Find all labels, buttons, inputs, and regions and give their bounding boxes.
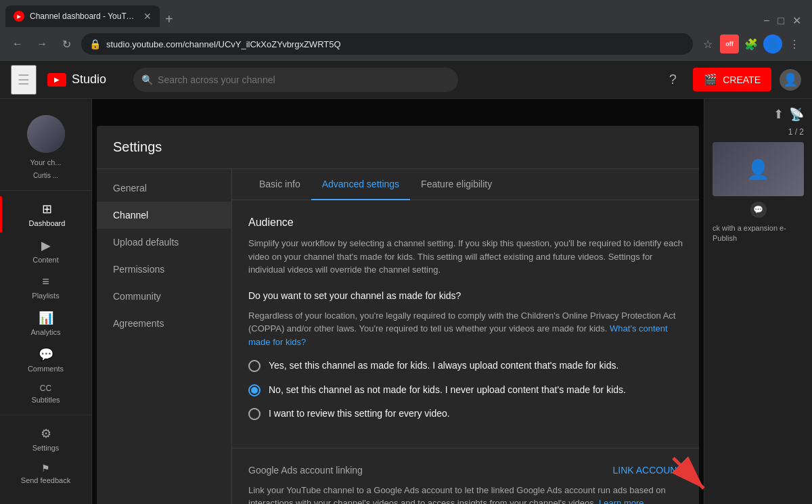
star-button[interactable]: ☆: [698, 35, 717, 53]
channel-avatar: [27, 115, 65, 153]
sidebar-item-settings[interactable]: ⚙ Settings: [0, 421, 91, 457]
create-icon: 🎬: [704, 73, 717, 86]
modal-nav-general[interactable]: General: [97, 175, 231, 202]
search-wrap: 🔍: [133, 68, 458, 92]
close-btn[interactable]: ✕: [792, 14, 801, 27]
tab-basic-info[interactable]: Basic info: [248, 169, 311, 200]
menu-button[interactable]: ⋮: [785, 35, 804, 53]
back-button[interactable]: ←: [8, 35, 27, 53]
channel-handle: Curtis ...: [33, 172, 58, 179]
modal-tabs: Basic info Advanced settings Feature eli…: [232, 169, 699, 200]
upload-btn[interactable]: ⬆: [773, 107, 784, 122]
sidebar-item-wrap-dashboard: ⊞ Dashboard: [0, 196, 91, 233]
channel-name: Your ch...: [30, 158, 61, 166]
thumbnail-icon: 👤: [746, 158, 770, 181]
radio-label-review-each: I want to review this setting for every …: [269, 407, 450, 421]
search-icon: 🔍: [141, 74, 153, 85]
modal-overlay: Settings General Channel Upload defaults…: [92, 99, 812, 504]
sidebar-item-analytics[interactable]: 📊 Analytics: [0, 305, 91, 342]
modal-nav-permissions[interactable]: Permissions: [97, 256, 231, 283]
modal-nav-upload-defaults[interactable]: Upload defaults: [97, 229, 231, 256]
tab-favicon: ▶: [14, 11, 24, 22]
tab-advanced-settings[interactable]: Advanced settings: [311, 169, 410, 200]
radio-circle-yes-kids: [248, 360, 261, 372]
profile-button[interactable]: 👤: [763, 35, 782, 53]
radio-label-no-kids: No, set this channel as not made for kid…: [269, 384, 626, 397]
feedback-icon: ⚑: [41, 463, 50, 474]
link-account-button[interactable]: LINK ACCOUNT: [613, 465, 683, 476]
sidebar-item-label-dashboard: Dashboard: [29, 219, 66, 227]
radio-circle-review-each: [248, 408, 261, 420]
url-text: studio.youtube.com/channel/UCvY_ilCkXoZY…: [106, 39, 685, 49]
subtitles-icon: CC: [40, 384, 51, 393]
lock-icon: 🔒: [89, 39, 101, 49]
video-actions: 💬: [713, 202, 804, 218]
forward-button[interactable]: →: [32, 35, 51, 53]
sidebar-item-playlists[interactable]: ≡ Playlists: [0, 269, 91, 305]
browser-tab-active[interactable]: ▶ Channel dashboard - YouTube S... ✕: [5, 5, 160, 27]
modal-nav-community[interactable]: Community: [97, 283, 231, 310]
panel-text: ck with a expansion e-Publish: [713, 223, 804, 244]
broadcast-btn[interactable]: 📡: [789, 107, 804, 122]
google-ads-title: Google Ads account linking: [248, 465, 363, 476]
learn-more-link[interactable]: Learn more: [599, 498, 644, 504]
url-bar[interactable]: 🔒 studio.youtube.com/channel/UCvY_ilCkXo…: [81, 33, 693, 55]
browser-tabs: ▶ Channel dashboard - YouTube S... ✕ + −…: [0, 0, 812, 27]
radio-yes-kids[interactable]: Yes, set this channel as made for kids. …: [248, 359, 683, 373]
sidebar-item-label-analytics: Analytics: [30, 328, 60, 336]
tab-close-btn[interactable]: ✕: [143, 11, 152, 22]
extensions-button[interactable]: 🧩: [742, 35, 761, 53]
audience-question: Do you want to set your channel as made …: [248, 290, 683, 301]
video-thumbnail: 👤: [713, 142, 804, 196]
panel-counter: 1 / 2: [713, 127, 804, 137]
youtube-topbar: ☰ Studio 🔍 ? 🎬 CREATE 👤: [0, 61, 812, 99]
refresh-button[interactable]: ↻: [57, 35, 76, 53]
radio-review-each[interactable]: I want to review this setting for every …: [248, 407, 683, 421]
radio-no-kids[interactable]: No, set this channel as not made for kid…: [248, 384, 683, 397]
account-button[interactable]: 👤: [780, 69, 801, 91]
sidebar-item-feedback[interactable]: ⚑ Send feedback: [0, 457, 91, 490]
tab-title: Channel dashboard - YouTube S...: [30, 12, 138, 21]
sidebar-item-subtitles[interactable]: CC Subtitles: [0, 378, 91, 409]
channel-avatar-image: [27, 115, 65, 153]
google-ads-description: Link your YouTube channel to a Google Ad…: [248, 484, 683, 504]
hamburger-menu[interactable]: ☰: [11, 65, 37, 95]
tab-feature-eligibility[interactable]: Feature eligibility: [410, 169, 503, 200]
sidebar-item-dashboard[interactable]: ⊞ Dashboard: [0, 196, 91, 233]
modal-nav-channel[interactable]: Channel: [97, 202, 231, 229]
active-indicator: [0, 196, 2, 233]
maximize-btn[interactable]: □: [777, 15, 784, 27]
sidebar-item-label-playlists: Playlists: [32, 292, 59, 300]
youtube-logo-icon: [47, 73, 66, 87]
sidebar-divider: [0, 415, 91, 415]
modal-nav-agreements[interactable]: Agreements: [97, 310, 231, 337]
settings-modal: Settings General Channel Upload defaults…: [97, 126, 699, 504]
sidebar-item-comments[interactable]: 💬 Comments: [0, 342, 91, 378]
extension-icon[interactable]: off: [720, 35, 739, 53]
modal-header: Settings: [97, 126, 699, 169]
audience-title: Audience: [248, 216, 683, 229]
help-button[interactable]: ?: [660, 68, 685, 92]
main-content: Settings General Channel Upload defaults…: [92, 99, 812, 504]
video-chat-icon[interactable]: 💬: [750, 202, 767, 218]
channel-info: Your ch... Curtis ...: [0, 110, 91, 191]
modal-body: General Channel Upload defaults Permissi…: [97, 169, 699, 504]
create-label: CREATE: [723, 74, 761, 85]
comments-icon: 💬: [39, 347, 53, 362]
browser-nav: ← → ↻ 🔒 studio.youtube.com/channel/UCvY_…: [0, 27, 812, 61]
new-tab-button[interactable]: +: [160, 12, 179, 27]
minimize-btn[interactable]: −: [763, 15, 769, 27]
sidebar-item-label-feedback: Send feedback: [21, 476, 70, 484]
modal-sidebar-nav: General Channel Upload defaults Permissi…: [97, 169, 232, 504]
search-input[interactable]: [133, 68, 458, 92]
create-button[interactable]: 🎬 CREATE: [693, 68, 771, 91]
content-icon: ▶: [41, 238, 51, 253]
yt-app: Your ch... Curtis ... ⊞ Dashboard ▶ Cont…: [0, 99, 812, 504]
profile-avatar: 👤: [763, 35, 782, 53]
radio-label-yes-kids: Yes, set this channel as made for kids. …: [269, 359, 618, 373]
analytics-icon: 📊: [39, 311, 53, 325]
youtube-logo: Studio: [47, 72, 106, 87]
right-panel: ⬆ 📡 1 / 2 👤 💬 ck with a expansion e-Publ…: [704, 99, 812, 504]
sidebar-item-content[interactable]: ▶ Content: [0, 233, 91, 269]
sidebar-item-label-comments: Comments: [28, 365, 64, 373]
